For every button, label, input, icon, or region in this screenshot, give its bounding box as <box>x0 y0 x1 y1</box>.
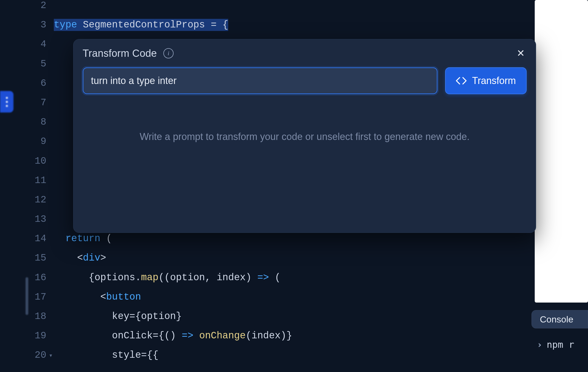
line-number: 11 <box>28 175 54 186</box>
code-line[interactable]: 19 onClick={() => onChange(index)} <box>28 330 519 350</box>
code-content[interactable]: style={{ <box>54 350 519 361</box>
line-number: 4 <box>28 39 54 50</box>
fold-chevron-icon[interactable]: ▾ <box>49 351 53 359</box>
line-number: 13 <box>28 214 54 225</box>
close-icon[interactable]: ✕ <box>515 47 527 59</box>
popup-hint-text: Write a prompt to transform your code or… <box>83 129 527 144</box>
code-brackets-icon <box>456 77 467 85</box>
code-content[interactable]: key={option} <box>54 311 519 322</box>
code-line[interactable]: 18 key={option} <box>28 311 519 330</box>
code-content[interactable]: <button <box>54 292 519 303</box>
preview-pane[interactable] <box>535 0 588 303</box>
line-number: 15 <box>28 252 54 264</box>
line-number: 16 <box>28 272 54 283</box>
code-line[interactable]: 16 {options.map((option, index) => ( <box>28 272 519 292</box>
line-number: 5 <box>28 58 54 69</box>
prompt-input-wrap <box>83 67 438 94</box>
terminal-command: npm r <box>547 339 574 350</box>
line-number: 7 <box>28 97 54 108</box>
code-line[interactable]: 3type SegmentedControlProps = { <box>28 19 519 39</box>
overview-scrollbar[interactable] <box>26 277 28 315</box>
line-number: 3 <box>28 19 54 30</box>
popup-input-row: Transform <box>83 67 527 94</box>
code-content[interactable]: onClick={() => onChange(index)} <box>54 330 519 341</box>
transform-button[interactable]: Transform <box>445 67 527 94</box>
console-tab-label: Console <box>540 314 573 325</box>
line-number: 17 <box>28 292 54 303</box>
more-actions-button[interactable] <box>0 91 13 113</box>
code-content[interactable]: <div> <box>54 252 519 264</box>
info-icon[interactable]: i <box>163 48 174 58</box>
line-number: 12 <box>28 194 54 205</box>
code-content[interactable]: type SegmentedControlProps = { <box>54 19 519 30</box>
editor-left-edge <box>0 0 28 372</box>
prompt-chevron-icon: › <box>537 339 542 350</box>
code-line[interactable]: 2 <box>28 0 519 19</box>
line-number: 18 <box>28 311 54 322</box>
code-line[interactable]: 15 <div> <box>28 252 519 272</box>
transform-code-popup: Transform Code i ✕ Transform Write a pro… <box>73 39 536 233</box>
line-number: 19 <box>28 330 54 341</box>
prompt-input[interactable] <box>83 67 438 94</box>
code-line[interactable]: 20▾ style={{ <box>28 350 519 369</box>
line-number: 14 <box>28 233 54 244</box>
code-line[interactable]: 17 <button <box>28 292 519 311</box>
code-line[interactable]: 14 return ( <box>28 233 519 252</box>
ellipsis-vertical-icon <box>6 97 8 107</box>
line-number: 2 <box>28 0 54 11</box>
line-number: 8 <box>28 117 54 128</box>
line-number: 20▾ <box>28 350 54 361</box>
line-number: 9 <box>28 136 54 147</box>
tab-console[interactable]: Console <box>531 310 588 328</box>
line-number: 6 <box>28 78 54 89</box>
terminal-line[interactable]: › npm r <box>531 339 588 350</box>
code-content[interactable]: {options.map((option, index) => ( <box>54 272 519 283</box>
popup-header: Transform Code i ✕ <box>83 47 527 59</box>
popup-title: Transform Code <box>83 48 157 59</box>
code-content[interactable]: return ( <box>54 233 519 244</box>
transform-button-label: Transform <box>472 75 516 86</box>
line-number: 10 <box>28 156 54 167</box>
